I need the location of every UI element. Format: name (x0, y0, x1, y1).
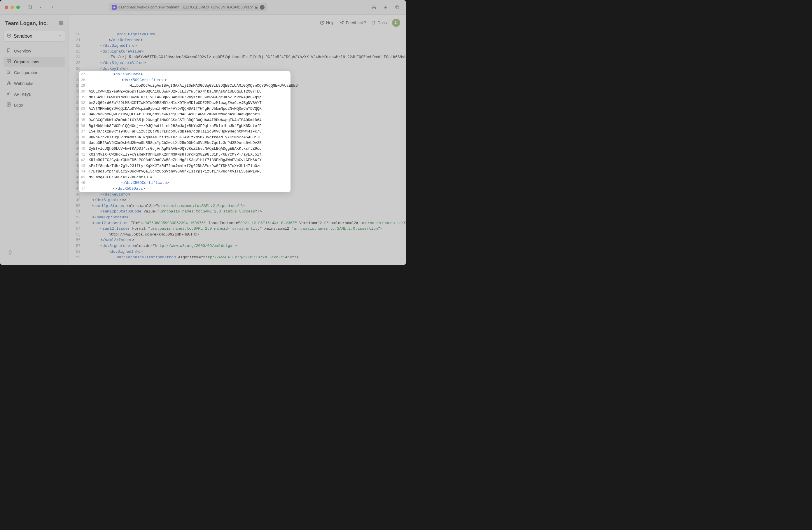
code-text: T/Bz8dz5fpjjq8ic2F0uowfVQaI3c4zCpSVtmVyG… (84, 169, 406, 175)
titlebar-right (370, 3, 401, 11)
code-line: 55http://www.okta.com/exk4ou092qHhFHuUI4… (69, 232, 406, 238)
sidebar-item-overview[interactable]: Overview (3, 46, 65, 56)
line-number: 59 (69, 254, 84, 260)
line-number: 34 (69, 111, 84, 117)
sidebar-toggle-button[interactable] (26, 3, 34, 11)
code-text: </ds:X509Data> (84, 186, 406, 192)
code-line: 389uNhF/n2BTz0jCP7bmmds3ATNguaAelri3YPXD… (69, 135, 406, 140)
code-text: 9w0BCQEWDWluZm9Ab2t0YS5jb20wggEiMA0GCSqG… (84, 117, 406, 123)
code-line: 50<saml2p:Status xmlns:saml2p="urn:oasis… (69, 203, 406, 209)
line-number: 40 (69, 146, 84, 152)
code-text: LEVs/m/jiRtnQ6Yvh5TEDgCX12dywUvu3NXcwn02… (84, 54, 406, 60)
minimize-window-button[interactable] (11, 5, 14, 9)
code-text: <ds:KeyInfo> (84, 66, 406, 72)
code-text: DARPa3RhMRQwEgYDVQQLDAtTU09Qcm92aWRlcjER… (84, 111, 406, 117)
line-number: 26 (69, 66, 84, 72)
bookmark-icon (6, 48, 11, 54)
code-text: </saml2p:Status> (84, 214, 406, 220)
line-number: 54 (69, 226, 84, 232)
chevron-down-icon (58, 33, 62, 39)
sidebar-item-configuration[interactable]: Configuration (3, 67, 65, 78)
line-number: 43 (69, 163, 84, 169)
code-text: sPxIY8qhkzTdhz7glv231ftytXqXKJIxRd7fhoJm… (84, 163, 406, 169)
code-text: <ds:CanonicalizationMethod Algorithm="ht… (84, 254, 406, 260)
share-button[interactable] (370, 3, 378, 11)
sidebar-item-organizations[interactable]: Organizations (3, 57, 65, 67)
code-text: http://www.okta.com/exk4ou092qHhFHuUI4x7 (84, 232, 406, 238)
new-tab-button[interactable] (381, 3, 390, 11)
line-number: 22 (69, 43, 84, 49)
line-number: 46 (69, 180, 84, 186)
code-line: 24LEVs/m/jiRtnQ6Yvh5TEDgCX12dywUvu3NXcwn… (69, 54, 406, 60)
line-number: 29 (69, 83, 84, 89)
line-number: 52 (69, 214, 84, 220)
browser-window: ◆ dashboard.workos.com/environment_01ERG… (0, 0, 406, 265)
logs-icon (6, 102, 11, 108)
svg-point-20 (7, 93, 9, 95)
sidebar-item-label: Overview (14, 49, 31, 53)
code-line: 37l5eH0/tX2m0xYs94Uu+aHEiz8c2QjVNJrLHpoX… (69, 129, 406, 135)
code-line: 54<saml2:Issuer Format="urn:oasis:names:… (69, 226, 406, 232)
help-label: Help (326, 20, 335, 25)
line-number: 23 (69, 49, 84, 55)
code-text: dauu3BfAuVDXXmOshGd2Nwo9bR5SqxYpCbXwztXU… (84, 140, 406, 146)
team-header: Team Logan, Inc. (3, 19, 65, 31)
line-number: 42 (69, 157, 84, 163)
sidebar-item-webhooks[interactable]: Webhooks (3, 78, 65, 88)
code-line: 32bmZvQG9rdGEuY29tMB4XDTIwMDIwODE2MDYzMl… (69, 100, 406, 106)
gear-icon[interactable] (59, 21, 63, 27)
line-number: 41 (69, 152, 84, 157)
close-window-button[interactable] (5, 5, 8, 9)
line-number: 57 (69, 243, 84, 249)
sidebar-item-label: Webhooks (14, 81, 33, 86)
line-number: 44 (69, 169, 84, 175)
code-text: <ds:X509Certificate> (84, 77, 406, 83)
code-line: 53<saml2:Assertion ID="id947638835998005… (69, 220, 406, 226)
code-line: 33AlVTMRMwEQYDVQQIDApDYWxpZm9ybmlhMRYwFA… (69, 106, 406, 112)
code-line: 57<ds:Signature xmlns:ds="http://www.w3.… (69, 243, 406, 249)
docs-link[interactable]: Docs (371, 20, 387, 25)
code-text: <ds:X509Data> (84, 71, 406, 77)
svg-rect-5 (396, 6, 399, 9)
code-line: 56</saml2:Issuer> (69, 237, 406, 243)
webhook-icon (6, 81, 11, 86)
help-link[interactable]: Help (320, 20, 335, 25)
line-number: 50 (69, 203, 84, 209)
code-text: <ds:Signature xmlns:ds="http://www.w3.or… (84, 243, 406, 249)
environment-selector[interactable]: Sandbox (3, 31, 65, 42)
line-number: 47 (69, 186, 84, 192)
back-button[interactable] (48, 3, 57, 11)
code-line: 23<ds:SignatureValue> (69, 49, 406, 55)
line-number: 55 (69, 232, 84, 238)
sidebar-item-label: Logs (14, 103, 23, 108)
code-line: 51<saml2p:StatusCode Value="urn:oasis:na… (69, 209, 406, 214)
sidebar-item-logs[interactable]: Logs (3, 100, 65, 110)
avatar-initial: L (395, 20, 397, 25)
maximize-window-button[interactable] (16, 5, 20, 9)
sidebar-item-api-keys[interactable]: API Keys (3, 89, 65, 99)
line-number: 36 (69, 123, 84, 129)
code-line: 34DARPa3RhMRQwEgYDVQQLDAtTU09Qcm92aWRlcj… (69, 111, 406, 117)
feedback-link[interactable]: Feedback? (340, 20, 366, 25)
code-line: 41KO1hMvlX+CWdHdxllYFc9aReMfOhHEnMK2mhN3… (69, 152, 406, 157)
code-viewer[interactable]: 20</ds:DigestValue>21</ds:Reference>22</… (69, 31, 406, 265)
code-text: <saml2:Assertion ID="id94763883599800523… (84, 220, 406, 226)
code-line: 59<ds:CanonicalizationMethod Algorithm="… (69, 254, 406, 260)
line-number: 31 (69, 95, 84, 100)
traffic-lights (5, 5, 20, 9)
code-line: 39dauu3BfAuVDXXmOshGd2Nwo9bR5SqxYpCbXwzt… (69, 140, 406, 146)
more-icon[interactable]: ⋯ (260, 5, 264, 10)
sidebar-item-label: Configuration (14, 70, 38, 75)
url-bar[interactable]: ◆ dashboard.workos.com/environment_01ERG… (109, 3, 267, 11)
environment-label: Sandbox (14, 33, 32, 39)
code-line: 359w0BCQEWDWluZm9Ab2t0YS5jb20wggEiMA0GCS… (69, 117, 406, 123)
svg-point-18 (9, 83, 11, 84)
code-line: 36RglMbkUbbSFWCDnlQQ4Ocj++/DJQUsdi1imh2H… (69, 123, 406, 129)
tabs-button[interactable] (393, 3, 401, 11)
titlebar-dropdown-button[interactable] (36, 3, 44, 11)
url-right-icons: ⋯ (255, 5, 264, 10)
line-number: 56 (69, 237, 84, 243)
line-number: 38 (69, 135, 84, 140)
code-text: </ds:Signature> (84, 197, 406, 203)
avatar[interactable]: L (392, 19, 400, 27)
